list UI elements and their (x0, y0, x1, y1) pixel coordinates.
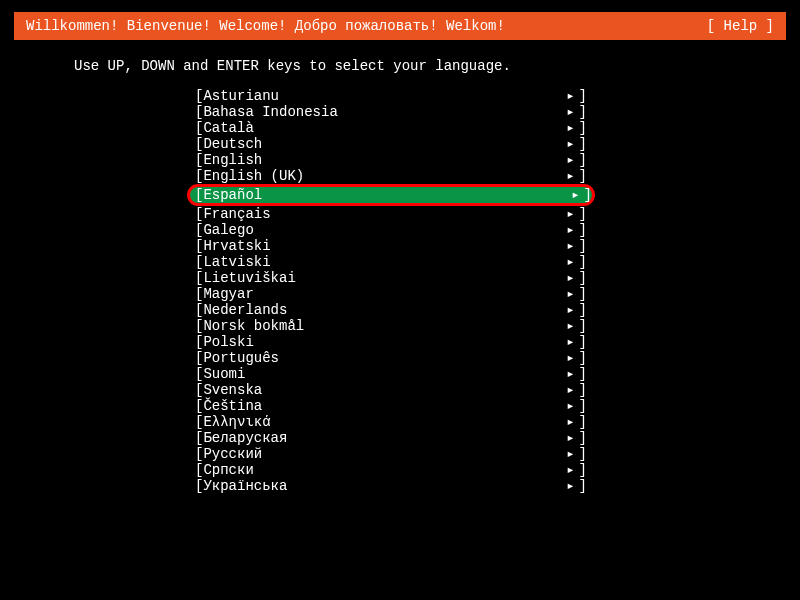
bracket-left: [ (195, 152, 203, 168)
language-name: Deutsch (203, 136, 566, 152)
bracket-right: ] (579, 334, 587, 350)
language-item[interactable]: [ Беларуская▸ ] (195, 430, 587, 446)
language-item[interactable]: [ Français▸ ] (195, 206, 587, 222)
chevron-right-icon: ▸ (566, 222, 578, 238)
chevron-right-icon: ▸ (566, 238, 578, 254)
language-item[interactable]: [ Norsk bokmål▸ ] (195, 318, 587, 334)
language-item[interactable]: [ English (UK)▸ ] (195, 168, 587, 184)
bracket-right: ] (579, 270, 587, 286)
language-item[interactable]: [ Lietuviškai▸ ] (195, 270, 587, 286)
bracket-right: ] (579, 88, 587, 104)
language-name: Português (203, 350, 566, 366)
bracket-left: [ (195, 187, 203, 203)
language-name: Polski (203, 334, 566, 350)
bracket-left: [ (195, 222, 203, 238)
chevron-right-icon: ▸ (566, 414, 578, 430)
bracket-left: [ (195, 446, 203, 462)
language-item[interactable]: [ Latviski▸ ] (195, 254, 587, 270)
language-item[interactable]: [ Português▸ ] (195, 350, 587, 366)
bracket-right: ] (579, 286, 587, 302)
language-name: Русский (203, 446, 566, 462)
chevron-right-icon: ▸ (566, 254, 578, 270)
chevron-right-icon: ▸ (566, 478, 578, 494)
language-name: Lietuviškai (203, 270, 566, 286)
language-item[interactable]: [ Català▸ ] (195, 120, 587, 136)
bracket-left: [ (195, 206, 203, 222)
language-item[interactable]: [ Polski▸ ] (195, 334, 587, 350)
language-name: Ελληνικά (203, 414, 566, 430)
language-name: English (UK) (203, 168, 566, 184)
bracket-right: ] (579, 302, 587, 318)
chevron-right-icon: ▸ (566, 168, 578, 184)
bracket-right: ] (579, 366, 587, 382)
bracket-right: ] (579, 104, 587, 120)
language-item[interactable]: [ English▸ ] (195, 152, 587, 168)
language-item[interactable]: [ Ελληνικά▸ ] (195, 414, 587, 430)
bracket-left: [ (195, 238, 203, 254)
bracket-right: ] (579, 462, 587, 478)
bracket-right: ] (579, 350, 587, 366)
bracket-left: [ (195, 350, 203, 366)
bracket-left: [ (195, 88, 203, 104)
chevron-right-icon: ▸ (566, 446, 578, 462)
bracket-left: [ (195, 104, 203, 120)
chevron-right-icon: ▸ (566, 136, 578, 152)
language-item[interactable]: [ Српски▸ ] (195, 462, 587, 478)
language-name: Čeština (203, 398, 566, 414)
bracket-left: [ (195, 302, 203, 318)
bracket-right: ] (579, 318, 587, 334)
bracket-right: ] (579, 446, 587, 462)
language-item[interactable]: [ Svenska▸ ] (195, 382, 587, 398)
language-name: Nederlands (203, 302, 566, 318)
language-item[interactable]: [ Deutsch▸ ] (195, 136, 587, 152)
bracket-right: ] (579, 430, 587, 446)
language-item[interactable]: [ Magyar▸ ] (195, 286, 587, 302)
bracket-right: ] (579, 478, 587, 494)
language-item[interactable]: [ Українська▸ ] (195, 478, 587, 494)
help-button[interactable]: [ Help ] (707, 18, 774, 34)
chevron-right-icon: ▸ (566, 88, 578, 104)
chevron-right-icon: ▸ (566, 318, 578, 334)
bracket-right: ] (584, 187, 592, 203)
bracket-left: [ (195, 270, 203, 286)
bracket-right: ] (579, 168, 587, 184)
bracket-right: ] (579, 254, 587, 270)
bracket-right: ] (579, 136, 587, 152)
bracket-left: [ (195, 366, 203, 382)
chevron-right-icon: ▸ (566, 120, 578, 136)
chevron-right-icon: ▸ (566, 430, 578, 446)
language-name: Latviski (203, 254, 566, 270)
language-item[interactable]: [ Hrvatski▸ ] (195, 238, 587, 254)
chevron-right-icon: ▸ (566, 152, 578, 168)
language-item[interactable]: [ Asturianu▸ ] (195, 88, 587, 104)
bracket-left: [ (195, 334, 203, 350)
bracket-left: [ (195, 254, 203, 270)
language-item[interactable]: [ Español▸ ] (187, 184, 595, 206)
chevron-right-icon: ▸ (566, 302, 578, 318)
language-item[interactable]: [ Русский▸ ] (195, 446, 587, 462)
header-bar: Willkommen! Bienvenue! Welcome! Добро по… (14, 12, 786, 40)
language-item[interactable]: [ Bahasa Indonesia▸ ] (195, 104, 587, 120)
bracket-right: ] (579, 382, 587, 398)
bracket-left: [ (195, 462, 203, 478)
chevron-right-icon: ▸ (566, 206, 578, 222)
chevron-right-icon: ▸ (566, 270, 578, 286)
language-item[interactable]: [ Galego▸ ] (195, 222, 587, 238)
bracket-left: [ (195, 478, 203, 494)
bracket-left: [ (195, 398, 203, 414)
bracket-right: ] (579, 414, 587, 430)
language-name: Français (203, 206, 566, 222)
chevron-right-icon: ▸ (566, 350, 578, 366)
bracket-right: ] (579, 398, 587, 414)
language-name: Norsk bokmål (203, 318, 566, 334)
bracket-left: [ (195, 430, 203, 446)
language-name: Suomi (203, 366, 566, 382)
bracket-right: ] (579, 238, 587, 254)
language-item[interactable]: [ Suomi▸ ] (195, 366, 587, 382)
language-name: Català (203, 120, 566, 136)
chevron-right-icon: ▸ (566, 286, 578, 302)
header-title: Willkommen! Bienvenue! Welcome! Добро по… (26, 18, 505, 34)
language-list: [ Asturianu▸ ][ Bahasa Indonesia▸ ][ Cat… (0, 88, 800, 494)
language-item[interactable]: [ Nederlands▸ ] (195, 302, 587, 318)
language-item[interactable]: [ Čeština▸ ] (195, 398, 587, 414)
